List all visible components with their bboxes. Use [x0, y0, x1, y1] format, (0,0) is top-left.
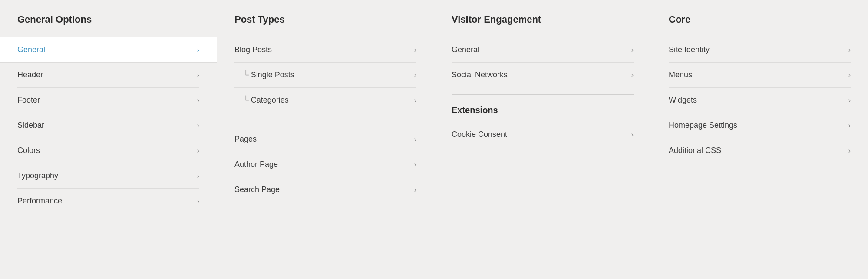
column-visitor-engagement: Visitor EngagementGeneral›Social Network… [434, 0, 651, 279]
section-heading-extensions-group: Extensions [452, 105, 634, 115]
menu-item-categories[interactable]: └ Categories› [234, 88, 416, 113]
menu-item-label-menus: Menus [669, 70, 692, 80]
menu-item-social-networks[interactable]: Social Networks› [452, 63, 634, 87]
menu-item-label-ve-general: General [452, 45, 479, 54]
menu-item-general[interactable]: General› [0, 37, 217, 63]
menu-item-site-identity[interactable]: Site Identity› [669, 37, 851, 63]
chevron-icon-homepage-settings: › [848, 122, 851, 130]
menu-item-single-posts[interactable]: └ Single Posts› [234, 63, 416, 88]
chevron-icon-additional-css: › [848, 147, 851, 155]
menu-item-search-page[interactable]: Search Page› [234, 177, 416, 202]
menu-item-cookie-consent[interactable]: Cookie Consent› [452, 122, 634, 147]
column-post-types: Post TypesBlog Posts›└ Single Posts›└ Ca… [217, 0, 434, 279]
chevron-icon-search-page: › [414, 186, 416, 194]
menu-item-typography[interactable]: Typography› [17, 163, 199, 189]
menu-item-label-sidebar: Sidebar [17, 121, 44, 130]
chevron-icon-blog-posts: › [414, 46, 416, 54]
menu-item-header[interactable]: Header› [17, 63, 199, 88]
chevron-icon-social-networks: › [631, 71, 634, 79]
column-title-general-options: General Options [17, 14, 199, 25]
menu-group-extensions-group: Cookie Consent› [452, 122, 634, 147]
menu-item-performance[interactable]: Performance› [17, 189, 199, 213]
menu-item-label-widgets: Widgets [669, 96, 697, 105]
menu-item-menus[interactable]: Menus› [669, 63, 851, 88]
chevron-icon-footer: › [197, 96, 199, 104]
menu-item-label-homepage-settings: Homepage Settings [669, 121, 737, 130]
menu-item-colors[interactable]: Colors› [17, 138, 199, 163]
menu-item-label-single-posts: └ Single Posts [234, 70, 294, 80]
menu-item-label-header: Header [17, 70, 43, 80]
menu-group-group1: Blog Posts›└ Single Posts›└ Categories› [234, 37, 416, 113]
chevron-icon-ve-general: › [631, 46, 634, 54]
menu-group-group2: Pages›Author Page›Search Page› [234, 127, 416, 202]
menu-item-label-cookie-consent: Cookie Consent [452, 130, 507, 139]
menu-item-label-colors: Colors [17, 146, 40, 155]
chevron-icon-sidebar: › [197, 122, 199, 130]
menu-item-ve-general[interactable]: General› [452, 37, 634, 63]
column-core: CoreSite Identity›Menus›Widgets›Homepage… [651, 0, 868, 279]
menu-item-label-site-identity: Site Identity [669, 45, 710, 54]
menu-item-label-pages: Pages [234, 135, 257, 144]
menu-item-author-page[interactable]: Author Page› [234, 152, 416, 177]
section-divider [452, 94, 634, 95]
menu-item-label-general: General [17, 45, 45, 54]
chevron-icon-general: › [197, 46, 199, 54]
menu-item-label-typography: Typography [17, 171, 58, 180]
column-general-options: General OptionsGeneral›Header›Footer›Sid… [0, 0, 217, 279]
menu-item-label-footer: Footer [17, 96, 40, 105]
chevron-icon-cookie-consent: › [631, 131, 634, 139]
chevron-icon-widgets: › [848, 96, 851, 104]
menu-item-label-categories: └ Categories [234, 96, 289, 105]
menu-item-label-search-page: Search Page [234, 185, 280, 194]
chevron-icon-pages: › [414, 136, 416, 143]
menu-item-label-performance: Performance [17, 196, 62, 206]
chevron-icon-categories: › [414, 96, 416, 104]
menu-item-label-social-networks: Social Networks [452, 70, 508, 80]
chevron-icon-single-posts: › [414, 71, 416, 79]
chevron-icon-menus: › [848, 71, 851, 79]
menu-item-blog-posts[interactable]: Blog Posts› [234, 37, 416, 63]
menu-item-footer[interactable]: Footer› [17, 88, 199, 113]
chevron-icon-author-page: › [414, 161, 416, 169]
column-title-core: Core [669, 14, 851, 25]
chevron-icon-site-identity: › [848, 46, 851, 54]
menu-group-main: General›Header›Footer›Sidebar›Colors›Typ… [17, 37, 199, 213]
menu-item-label-blog-posts: Blog Posts [234, 45, 272, 54]
menu-item-widgets[interactable]: Widgets› [669, 88, 851, 113]
columns-wrapper: General OptionsGeneral›Header›Footer›Sid… [0, 0, 868, 279]
menu-item-additional-css[interactable]: Additional CSS› [669, 138, 851, 163]
menu-item-sidebar[interactable]: Sidebar› [17, 113, 199, 138]
chevron-icon-typography: › [197, 172, 199, 180]
menu-item-label-author-page: Author Page [234, 160, 278, 169]
menu-item-label-additional-css: Additional CSS [669, 146, 721, 155]
chevron-icon-colors: › [197, 147, 199, 155]
section-divider [234, 120, 416, 120]
column-title-visitor-engagement: Visitor Engagement [452, 14, 634, 25]
chevron-icon-header: › [197, 71, 199, 79]
menu-group-main: Site Identity›Menus›Widgets›Homepage Set… [669, 37, 851, 163]
column-title-post-types: Post Types [234, 14, 416, 25]
menu-item-homepage-settings[interactable]: Homepage Settings› [669, 113, 851, 138]
menu-group-group1: General›Social Networks› [452, 37, 634, 87]
menu-item-pages[interactable]: Pages› [234, 127, 416, 152]
chevron-icon-performance: › [197, 197, 199, 205]
